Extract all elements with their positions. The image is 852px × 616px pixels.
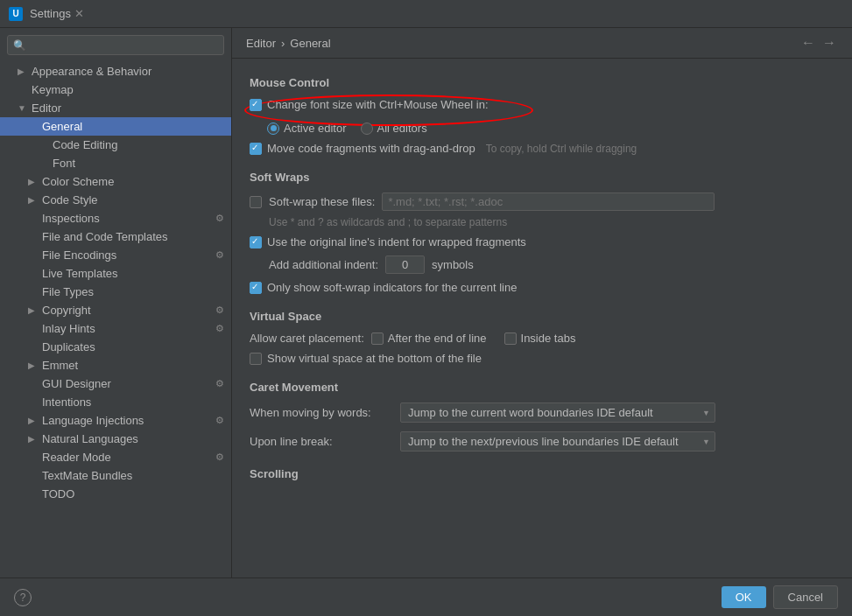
soft-wraps-title: Soft Wraps [250, 171, 834, 184]
sidebar-item-emmet[interactable]: ▶ Emmet [0, 356, 231, 374]
virtual-space-title: Virtual Space [250, 310, 834, 323]
sidebar-item-editor[interactable]: ▼ Editor [0, 99, 231, 117]
show-soft-wrap-row: Only show soft-wrap indicators for the c… [250, 281, 834, 294]
dialog: 🔍 ▶ Appearance & Behavior Keymap ▼ Edito… [0, 28, 852, 616]
sidebar-item-general[interactable]: General [0, 117, 231, 136]
sidebar-item-label: File and Code Templates [42, 230, 224, 243]
active-editor-label: Active editor [284, 122, 347, 135]
close-icon[interactable]: ✕ [71, 5, 88, 23]
soft-wrap-files-checkbox[interactable] [250, 196, 262, 208]
sidebar-item-label: Duplicates [42, 340, 224, 354]
help-icon[interactable]: ? [14, 589, 32, 606]
settings-icon: ⚙ [215, 323, 224, 334]
moving-by-words-dropdown-wrapper: Jump to the current word boundaries IDE … [400, 402, 715, 423]
sidebar-item-label: Appearance & Behavior [32, 65, 224, 78]
sidebar-item-label: GUI Designer [42, 377, 212, 390]
sidebar-item-label: TODO [42, 487, 224, 500]
inside-tabs-checkbox[interactable] [504, 332, 517, 345]
sidebar-item-copyright[interactable]: ▶ Copyright ⚙ [0, 301, 231, 319]
scrolling-section: Scrolling [250, 467, 834, 480]
app-logo: U [9, 7, 23, 21]
arrow-icon [28, 232, 40, 242]
arrow-icon [28, 214, 40, 223]
sidebar-item-code-style[interactable]: ▶ Code Style [0, 191, 231, 209]
inside-tabs-label: Inside tabs [504, 332, 576, 345]
sidebar-item-color-scheme[interactable]: ▶ Color Scheme [0, 172, 231, 191]
sidebar-item-label: Font [53, 157, 224, 170]
soft-wraps-section: Soft Wraps Soft-wrap these files: Use * … [250, 171, 834, 294]
forward-button[interactable]: → [820, 35, 838, 51]
sidebar-item-natural-languages[interactable]: ▶ Natural Languages [0, 430, 231, 448]
sidebar-item-label: Copyright [42, 304, 212, 317]
sidebar-item-inspections[interactable]: Inspections ⚙ [0, 209, 231, 228]
soft-wrap-files-row: Soft-wrap these files: [250, 192, 834, 211]
virtual-space-section: Virtual Space Allow caret placement: Aft… [250, 310, 834, 365]
sidebar-item-language-injections[interactable]: ▶ Language Injections ⚙ [0, 411, 231, 430]
active-editor-radio[interactable] [267, 122, 279, 135]
sidebar-item-label: Code Editing [53, 138, 224, 151]
upon-line-break-dropdown[interactable]: Jump to the next/previous line boundarie… [400, 431, 715, 452]
sidebar: 🔍 ▶ Appearance & Behavior Keymap ▼ Edito… [0, 28, 232, 578]
sidebar-item-live-templates[interactable]: Live Templates [0, 264, 231, 283]
cancel-button[interactable]: Cancel [773, 585, 838, 609]
change-font-size-checkbox[interactable] [250, 99, 262, 111]
show-soft-wrap-checkbox[interactable] [250, 282, 262, 294]
sidebar-item-textmate-bundles[interactable]: TextMate Bundles [0, 466, 231, 485]
sidebar-item-font[interactable]: Font [0, 154, 231, 172]
sidebar-item-file-encodings[interactable]: File Encodings ⚙ [0, 246, 231, 264]
sidebar-item-label: File Types [42, 285, 224, 298]
add-indent-row: Add additional indent: symbols [269, 256, 834, 274]
arrow-icon [39, 140, 51, 150]
sidebar-item-inlay-hints[interactable]: Inlay Hints ⚙ [0, 319, 231, 338]
settings-icon: ⚙ [215, 415, 224, 426]
change-font-size-row: Change font size with Ctrl+Mouse Wheel i… [250, 98, 489, 111]
settings-icon: ⚙ [215, 249, 224, 261]
sidebar-item-todo[interactable]: TODO [0, 485, 231, 503]
sidebar-item-code-editing[interactable]: Code Editing [0, 136, 231, 154]
sidebar-item-duplicates[interactable]: Duplicates [0, 338, 231, 356]
upon-line-break-label: Upon line break: [250, 435, 390, 448]
soft-wrap-files-input[interactable] [382, 192, 715, 211]
sidebar-item-intentions[interactable]: Intentions [0, 393, 231, 411]
sidebar-item-gui-designer[interactable]: GUI Designer ⚙ [0, 374, 231, 393]
upon-line-break-dropdown-wrapper: Jump to the next/previous line boundarie… [400, 431, 715, 452]
allow-caret-label: Allow caret placement: [250, 332, 364, 345]
sidebar-item-label: Language Injections [42, 414, 212, 427]
sidebar-item-label: Inspections [42, 212, 212, 225]
arrow-icon [28, 287, 40, 297]
search-input[interactable] [30, 38, 218, 52]
ok-button[interactable]: OK [722, 586, 766, 608]
sidebar-item-reader-mode[interactable]: Reader Mode ⚙ [0, 448, 231, 466]
breadcrumb-separator: › [281, 37, 285, 50]
sidebar-item-label: Inlay Hints [42, 322, 212, 335]
sidebar-item-keymap[interactable]: Keymap [0, 80, 231, 99]
sidebar-item-file-types[interactable]: File Types [0, 283, 231, 301]
sidebar-item-appearance[interactable]: ▶ Appearance & Behavior [0, 62, 231, 80]
move-code-fragments-hint: To copy, hold Ctrl while dragging [486, 143, 637, 155]
sidebar-item-label: Code Style [42, 193, 224, 206]
upon-line-break-row: Upon line break: Jump to the next/previo… [250, 431, 834, 452]
settings-icon: ⚙ [215, 452, 224, 463]
moving-by-words-dropdown[interactable]: Jump to the current word boundaries IDE … [400, 402, 715, 423]
sidebar-item-label: Keymap [32, 83, 224, 96]
sidebar-item-label: Live Templates [42, 267, 224, 280]
dialog-body: 🔍 ▶ Appearance & Behavior Keymap ▼ Edito… [0, 28, 852, 578]
arrow-icon [18, 85, 30, 94]
sidebar-item-label: Emmet [42, 359, 224, 372]
move-code-fragments-checkbox[interactable] [250, 143, 262, 155]
breadcrumb: Editor › General ← → [232, 28, 852, 59]
use-original-indent-checkbox[interactable] [250, 236, 262, 248]
show-soft-wrap-label: Only show soft-wrap indicators for the c… [267, 281, 517, 294]
all-editors-radio[interactable] [361, 122, 373, 135]
sidebar-item-file-code-templates[interactable]: File and Code Templates [0, 228, 231, 246]
arrow-icon: ▶ [28, 177, 40, 186]
add-indent-input[interactable] [385, 256, 425, 274]
show-virtual-space-label: Show virtual space at the bottom of the … [267, 352, 482, 365]
back-button[interactable]: ← [799, 35, 817, 51]
arrow-icon: ▶ [28, 195, 40, 205]
title-text: Settings [30, 7, 71, 20]
content-area: Mouse Control Change font size with Ctrl… [232, 59, 852, 578]
use-original-indent-label: Use the original line's indent for wrapp… [267, 235, 526, 248]
show-virtual-space-checkbox[interactable] [250, 353, 262, 365]
after-end-of-line-checkbox[interactable] [371, 332, 384, 345]
